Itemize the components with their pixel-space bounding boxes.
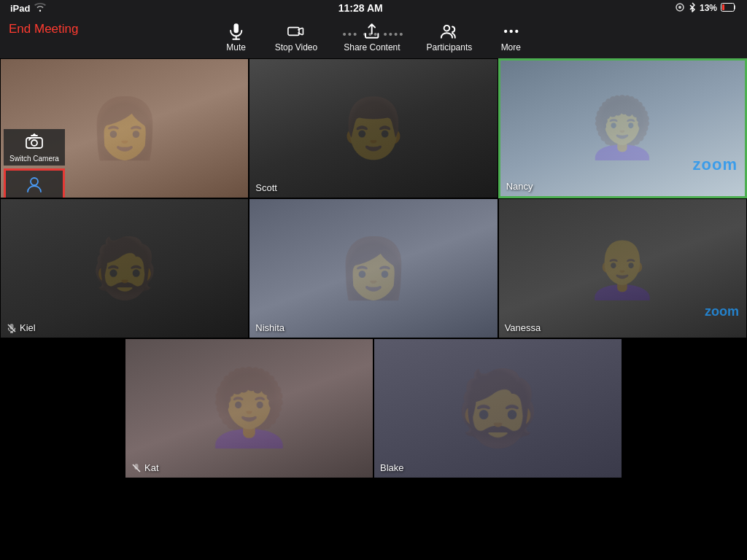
svg-rect-20	[135, 464, 139, 470]
video-cell-self: 👩 Switch Camera Switch toActive Speaker	[0, 58, 249, 198]
toolbar: Mute Stop Video Share Content Pa	[211, 20, 537, 54]
zoom-logo-vanessa: zoom	[705, 304, 739, 319]
switch-camera-label: Switch Camera	[9, 155, 59, 163]
kiel-label: Kiel	[7, 322, 36, 333]
svg-point-8	[444, 26, 450, 31]
mute-button[interactable]: Mute	[211, 20, 262, 54]
svg-point-13	[31, 140, 37, 146]
switch-camera-button[interactable]: Switch Camera	[4, 129, 65, 166]
share-content-button[interactable]: Share Content	[330, 20, 413, 54]
battery-percent: 13%	[700, 3, 717, 13]
wifi-icon	[34, 3, 46, 14]
zoom-logo: zoom	[693, 155, 738, 174]
svg-point-1	[678, 6, 681, 9]
scott-label: Scott	[255, 182, 277, 193]
share-icon	[363, 22, 382, 41]
kat-label: Kat	[131, 462, 159, 473]
stop-video-label: Stop Video	[275, 42, 318, 52]
mic-off-icon-kiel	[7, 323, 17, 333]
more-label: More	[501, 42, 521, 52]
airdrop-icon	[675, 2, 685, 15]
switch-camera-icon	[24, 132, 44, 152]
device-label: iPad	[10, 3, 30, 14]
svg-rect-4	[233, 23, 239, 33]
status-left: iPad	[10, 3, 46, 14]
svg-rect-16	[10, 324, 14, 330]
stop-video-button[interactable]: Stop Video	[262, 20, 331, 54]
status-bar: iPad 11:28 AM 13%	[0, 0, 747, 16]
svg-rect-3	[722, 4, 724, 10]
video-cell-kiel: 🧔 Kiel	[0, 198, 249, 338]
video-icon	[287, 22, 306, 41]
mute-label: Mute	[226, 42, 246, 52]
microphone-icon	[227, 22, 246, 41]
bottom-row: 👩‍🦱 Kat 🧔 Blake	[0, 338, 747, 478]
switch-to-active-speaker-button[interactable]: Switch toActive Speaker	[4, 168, 65, 198]
bluetooth-icon	[689, 2, 696, 15]
mic-off-icon-kat	[131, 463, 142, 473]
active-speaker-icon	[24, 174, 44, 195]
svg-point-14	[31, 178, 38, 185]
video-cell-kat: 👩‍🦱 Kat	[125, 338, 374, 478]
participants-label: Participants	[427, 42, 473, 52]
status-right: 13%	[675, 2, 737, 15]
clock: 11:28 AM	[338, 2, 383, 14]
nancy-label: Nancy	[506, 181, 533, 192]
participants-button[interactable]: Participants	[414, 20, 486, 54]
top-bar: iPad 11:28 AM 13%	[0, 0, 747, 58]
nishita-label: Nishita	[255, 322, 285, 333]
more-button[interactable]: More	[485, 20, 536, 54]
svg-point-9	[504, 30, 507, 33]
more-icon	[501, 22, 520, 41]
svg-rect-7	[288, 28, 299, 36]
share-content-label: Share Content	[344, 42, 400, 52]
svg-point-10	[509, 30, 512, 33]
video-cell-vanessa: 👩‍🦲 zoom Vanessa	[498, 198, 747, 338]
svg-point-11	[515, 30, 518, 33]
vanessa-label: Vanessa	[505, 322, 541, 333]
end-meeting-button[interactable]: End Meeting	[9, 19, 78, 39]
battery-icon	[721, 3, 737, 14]
video-cell-nishita: 👩 Nishita	[249, 198, 498, 338]
blake-label: Blake	[380, 462, 404, 473]
participants-icon	[440, 22, 459, 41]
video-cell-scott: 👨 Scott	[249, 58, 498, 198]
video-cell-blake: 🧔 Blake	[374, 338, 622, 478]
video-grid: 👩 Switch Camera Switch toActive Speaker …	[0, 58, 747, 560]
video-cell-nancy: 👩‍🦱 zoom Nancy	[498, 58, 747, 198]
